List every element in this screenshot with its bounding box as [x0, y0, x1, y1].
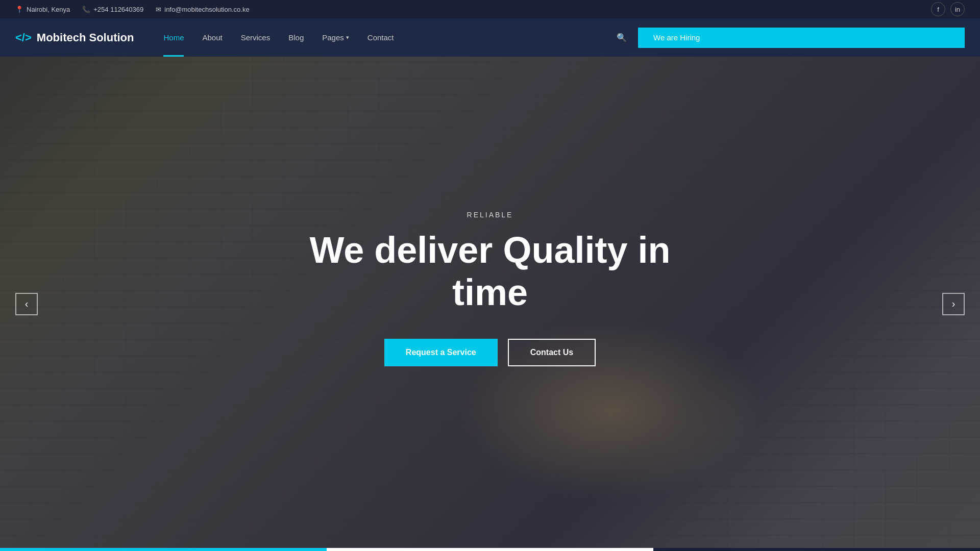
nav-home[interactable]: Home	[154, 18, 193, 57]
search-icon: 🔍	[617, 33, 627, 42]
location-item: 📍 Nairobi, Kenya	[15, 6, 70, 13]
nav-links: Home About Services Blog Pages ▾ Contact	[154, 18, 610, 57]
nav-contact[interactable]: Contact	[358, 18, 403, 57]
logo-code-icon: </>	[15, 31, 32, 44]
nav-services[interactable]: Services	[232, 18, 280, 57]
email-icon: ✉	[156, 6, 161, 13]
top-bar: 📍 Nairobi, Kenya 📞 +254 112640369 ✉ info…	[0, 0, 980, 18]
logo-text: Mobitech Solution	[37, 31, 134, 44]
hero-content: RELIABLE We deliver Quality in time Requ…	[0, 57, 980, 551]
hero-label: RELIABLE	[467, 211, 513, 219]
phone-item[interactable]: 📞 +254 112640369	[82, 6, 143, 13]
phone-icon: 📞	[82, 6, 90, 13]
facebook-icon[interactable]: f	[931, 2, 945, 16]
nav-about[interactable]: About	[193, 18, 231, 57]
carousel-prev-button[interactable]: ‹	[15, 293, 38, 315]
hero-title: We deliver Quality in time	[281, 229, 699, 314]
hero-section: ‹ › RELIABLE We deliver Quality in time …	[0, 57, 980, 551]
contact-us-button[interactable]: Contact Us	[508, 339, 596, 366]
nav-pages[interactable]: Pages ▾	[313, 18, 358, 57]
linkedin-icon[interactable]: in	[950, 2, 965, 16]
email-item[interactable]: ✉ info@mobitechsolution.co.ke	[156, 6, 249, 13]
bottom-strip	[0, 548, 980, 551]
hiring-text: We are Hiring	[653, 33, 700, 42]
logo[interactable]: </> Mobitech Solution	[15, 31, 134, 44]
hiring-banner: We are Hiring	[638, 28, 965, 48]
search-button[interactable]: 🔍	[610, 18, 633, 57]
location-text: Nairobi, Kenya	[27, 6, 70, 13]
pages-dropdown-arrow: ▾	[346, 34, 349, 41]
strip-darkblue	[653, 548, 980, 551]
request-service-button[interactable]: Request a Service	[384, 339, 498, 366]
nav-blog[interactable]: Blog	[279, 18, 313, 57]
strip-white	[327, 548, 653, 551]
top-bar-left: 📍 Nairobi, Kenya 📞 +254 112640369 ✉ info…	[15, 6, 250, 13]
email-text: info@mobitechsolution.co.ke	[164, 6, 249, 13]
location-icon: 📍	[15, 6, 23, 13]
navbar: </> Mobitech Solution Home About Service…	[0, 18, 980, 57]
carousel-next-button[interactable]: ›	[942, 293, 965, 315]
phone-text: +254 112640369	[93, 6, 143, 13]
strip-blue	[0, 548, 327, 551]
hero-buttons: Request a Service Contact Us	[384, 339, 596, 366]
top-bar-right: f in	[931, 2, 965, 16]
